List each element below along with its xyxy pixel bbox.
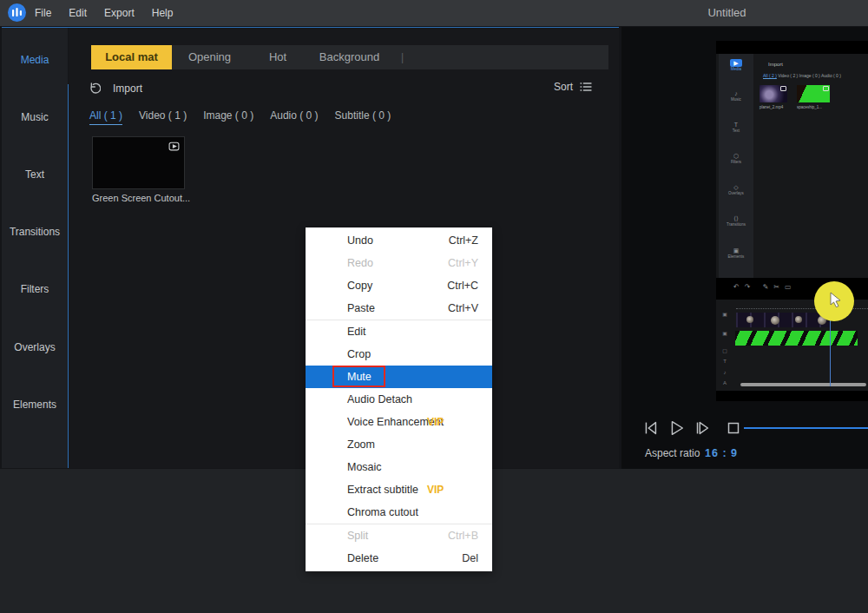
import-button[interactable]: Import [113,82,142,95]
preview-mini-sidebar [719,54,753,278]
media-filter-row: All ( 1 )Video ( 1 )Image ( 0 )Audio ( 0… [89,109,391,125]
tab-opening[interactable]: Opening [172,45,247,69]
preview-mini-file-1: planet_2.mp4 [760,105,783,109]
preview-mini-media-label: Media [719,67,753,72]
menu-item-paste[interactable]: PasteCtrl+V [306,297,492,320]
menu-item-crop[interactable]: Crop [306,343,492,366]
import-icon[interactable] [87,82,101,96]
menu-item-shortcut: Ctrl+Y [448,257,478,269]
sidebar-item-filters[interactable]: Filters [2,281,68,297]
context-menu: UndoCtrl+ZRedoCtrl+YCopyCtrl+CPasteCtrl+… [306,227,492,571]
window-title: Untitled [668,0,786,26]
menu-item-shortcut: Ctrl+Z [449,234,478,247]
menu-item-extract-subtitle[interactable]: Extract subtitleVIP [306,478,492,501]
preview-mini-music-icon: ♪ [719,89,753,97]
preview-mini-track-icon: A [720,380,730,386]
menu-help[interactable]: Help [152,7,174,19]
menu-item-shortcut: Ctrl+C [447,280,478,292]
preview-mini-thumb-planet [760,85,787,102]
menu-edit[interactable]: Edit [69,7,87,19]
media-card-thumbnail[interactable] [92,136,185,189]
aspect-ratio-value: 16 : 9 [705,447,738,459]
filter-image[interactable]: Image ( 0 ) [203,109,253,125]
sidebar-item-media[interactable]: Media [2,52,68,68]
preview-mini-sidebar-filters: ⬡Filters [719,152,753,165]
preview-mini-import-label: Import [768,62,783,67]
sort-button[interactable]: Sort [554,81,593,93]
preview-mini-transitions-label: Transitions [719,222,753,227]
preview-mini-elements-icon: ▣ [719,247,753,254]
mini-moon-dot [746,316,753,323]
filter-video[interactable]: Video ( 1 ) [139,109,187,125]
video-badge-icon [168,142,180,151]
sort-label: Sort [554,81,573,93]
menu-item-delete[interactable]: DeleteDel [306,547,492,570]
preview-mini-track-planet [736,313,830,327]
preview-mini-track-icon: T [720,359,730,364]
tab-hot[interactable]: Hot [247,45,308,69]
menu-item-copy[interactable]: CopyCtrl+C [306,274,492,297]
filter-all[interactable]: All ( 1 ) [89,109,122,125]
menu-item-edit[interactable]: Edit [306,320,492,343]
preview-mini-text-label: Text [719,129,753,134]
menu-item-label: Edit [347,326,366,338]
play-button[interactable] [667,419,686,438]
preview-mini-filters: All ( 2 ) Video ( 2 ) Image ( 0 ) Audio … [763,73,841,78]
previous-frame-button[interactable] [641,419,660,438]
preview-mini-filters-label: Filters [719,160,753,165]
menu-item-label: Crop [347,348,371,360]
tab-local-mat[interactable]: Local mat [91,45,172,69]
menu-file[interactable]: File [35,7,51,19]
preview-mini-track-green [735,331,858,346]
menu-item-shortcut: Ctrl+V [448,302,478,314]
preview-mini-scrollbar [740,383,866,386]
sidebar-item-music[interactable]: Music [2,109,68,125]
preview-mini-filters-icon: ⬡ [719,152,753,160]
title-bar: FileEditExportHelp Untitled [0,0,868,26]
menu-item-chroma-cutout[interactable]: Chroma cutout [306,501,492,524]
seek-bar[interactable] [744,427,868,429]
preview-mini-sidebar-overlays: ◇Overlays [719,183,753,196]
menu-item-mosaic[interactable]: Mosaic [306,456,492,478]
preview-mini-text-icon: T [719,121,753,129]
menu-item-audio-detach[interactable]: Audio Detach [306,388,492,411]
tab-background[interactable]: Background [308,45,391,69]
sidebar-item-elements[interactable]: Elements [2,397,68,412]
menu-item-label: Paste [347,302,375,314]
filter-audio[interactable]: Audio ( 0 ) [270,109,318,125]
menu-item-label: Mute [347,371,372,383]
preview-mini-sidebar-text: TText [719,121,753,134]
menu-item-mute[interactable]: Mute [306,366,492,388]
app-window: FileEditExportHelp Untitled MediaMusicTe… [0,0,868,613]
preview-mini-thumb-spaceship [797,85,830,102]
menu-item-voice-enhancement[interactable]: Voice EnhancementVIP [306,411,492,433]
sidebar-item-overlays[interactable]: Overlays [2,339,68,355]
menu-item-label: Audio Detach [347,393,412,405]
menu-item-undo[interactable]: UndoCtrl+Z [306,229,492,252]
preview-mini-overlays-icon: ◇ [719,183,753,191]
preview-mini-sidebar-elements: ▣Elements [719,247,753,260]
menu-item-shortcut: Del [462,552,478,564]
preview-mini-track-icon: ▢ [720,347,730,353]
vip-badge: VIP [427,484,444,496]
menu-item-label: Undo [347,234,373,247]
menu-export[interactable]: Export [104,7,135,19]
preview-mini-sidebar-media: ▶Media [719,59,753,72]
sort-list-icon [579,81,593,93]
menu-item-label: Chroma cutout [347,506,418,518]
app-logo-icon[interactable] [8,3,26,22]
menu-item-redo: RedoCtrl+Y [306,252,492,274]
playback-controls [641,419,743,438]
left-sidebar: MediaMusicTextTransitionsFiltersOverlays… [2,28,68,468]
preview-mini-transitions-icon: ⟨⟩ [719,214,753,222]
sidebar-item-text[interactable]: Text [2,167,68,182]
sidebar-item-transitions[interactable]: Transitions [2,224,68,240]
cursor-highlight-circle [814,281,854,321]
stop-button[interactable] [724,419,743,438]
filter-subtitle[interactable]: Subtitle ( 0 ) [335,109,391,125]
next-frame-button[interactable] [693,419,712,438]
menu-item-zoom[interactable]: Zoom [306,433,492,456]
preview-mini-sidebar-music: ♪Music [719,89,753,102]
menu-item-label: Mosaic [347,461,382,473]
aspect-ratio-label: Aspect ratio [645,447,700,459]
